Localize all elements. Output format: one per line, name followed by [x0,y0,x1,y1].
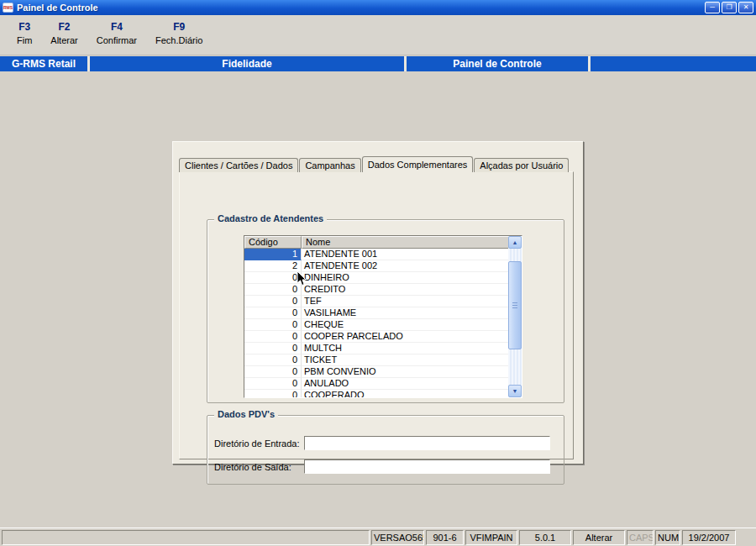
attendants-grid: Código Nome 1 ATENDENTE 001 2 ATENDENTE … [244,235,522,398]
scroll-up-icon[interactable]: ▲ [508,236,522,249]
function-toolbar: F3 Fim F2 Alterar F4 Confirmar F9 Fech.D… [0,15,756,55]
title-bar[interactable]: RMS Painel de Controle ─ ❐ ✕ [0,0,756,15]
codigo-cell[interactable]: 0 [244,319,302,331]
control-panel-dialog: Clientes / Cartões / Dados Campanhas Dad… [172,141,584,465]
window-controls: ─ ❐ ✕ [705,2,753,13]
status-num-indicator: NUM [655,530,680,545]
diretorio-entrada-label: Diretório de Entrada: [214,438,300,449]
nome-cell[interactable]: MULTCH [302,343,509,354]
nome-cell[interactable]: ATENDENTE 001 [302,249,509,260]
field-row-saida: Diretório de Saída: [207,459,564,475]
diretorio-saida-label: Diretório de Saída: [214,462,291,472]
group-title: Cadastro de Atendentes [214,213,327,223]
grid-body: Código Nome 1 ATENDENTE 001 2 ATENDENTE … [244,236,509,397]
fkey-label: F3 [17,21,32,33]
minimize-button[interactable]: ─ [705,2,720,13]
scrollbar-thumb[interactable] [508,261,522,349]
codigo-cell[interactable]: 0 [244,354,302,366]
table-row[interactable]: 0 COOPERADO [244,390,509,398]
vertical-scrollbar[interactable]: ▲ ▼ [508,236,522,397]
module-navbar: G-RMS Retail Fidelidade Painel de Contro… [0,56,756,71]
table-row[interactable]: 0 MULTCH [244,343,509,354]
fkey-label: F2 [50,21,77,33]
nome-cell[interactable]: ANULADO [302,378,509,390]
group-cadastro-atendentes: Cadastro de Atendentes Código Nome 1 ATE… [207,219,564,403]
status-version: VERSAO565 [371,530,424,545]
codigo-cell[interactable]: 0 [244,272,302,284]
group-dados-pdv: Dados PDV's Diretório de Entrada: Diretó… [207,415,564,485]
table-row[interactable]: 0 TEF [244,296,509,307]
fkey-action: Confirmar [97,35,137,45]
tab-clientes-cartoes-dados[interactable]: Clientes / Cartões / Dados [179,158,298,172]
nome-cell[interactable]: TEF [302,296,509,307]
fkey-label: F4 [97,21,137,33]
status-bar: VERSAO565 901-6 VFIMPAIN 5.0.1 Alterar C… [0,528,756,546]
table-row[interactable]: 0 VASILHAME [244,307,509,319]
group-title: Dados PDV's [214,409,278,419]
column-header-nome[interactable]: Nome [302,236,509,249]
fkey-action: Fim [17,35,32,45]
codigo-cell[interactable]: 0 [244,307,302,319]
scroll-down-icon[interactable]: ▼ [508,385,522,397]
grid-header: Código Nome [244,236,509,249]
app-icon: RMS [3,3,13,13]
diretorio-entrada-input[interactable] [304,436,550,450]
application-window: RMS Painel de Controle ─ ❐ ✕ F3 Fim F2 A… [0,0,756,546]
nome-cell[interactable]: COOPERADO [302,390,509,398]
tab-dados-complementares[interactable]: Dados Complementares [362,156,474,172]
nome-cell[interactable]: CREDITO [302,284,509,296]
field-row-entrada: Diretório de Entrada: [207,436,564,451]
nome-cell[interactable]: CHEQUE [302,319,509,331]
codigo-cell[interactable]: 0 [244,390,302,398]
codigo-cell[interactable]: 0 [244,331,302,343]
status-store-code: 901-6 [426,530,464,545]
tab-page-dados-complementares: Cadastro de Atendentes Código Nome 1 ATE… [179,171,574,459]
codigo-cell[interactable]: 0 [244,296,302,307]
table-row[interactable]: 0 ANULADO [244,378,509,390]
nav-section-fidelidade[interactable]: Fidelidade [90,56,404,71]
restore-button[interactable]: ❐ [722,2,737,13]
fkey-action: Alterar [50,35,77,45]
window-title: Painel de Controle [17,3,705,13]
table-row[interactable]: 0 TICKET [244,354,509,366]
tab-alcadas-por-usuario[interactable]: Alçadas por Usuário [474,158,569,172]
close-button[interactable]: ✕ [738,2,753,13]
toolbar-button-confirmar[interactable]: F4 Confirmar [93,20,140,46]
status-mode: Alterar [573,530,625,545]
nome-cell[interactable]: COOPER PARCELADO [302,331,509,343]
codigo-cell[interactable]: 0 [244,366,302,378]
table-row[interactable]: 0 PBM CONVENIO [244,366,509,378]
brand-label: G-RMS Retail [0,56,87,71]
codigo-cell[interactable]: 0 [244,343,302,354]
nome-cell[interactable]: TICKET [302,354,509,366]
status-message-area [2,530,370,545]
nome-cell[interactable]: VASILHAME [302,307,509,319]
table-row[interactable]: 0 CREDITO [244,284,509,296]
codigo-cell[interactable]: 0 [244,284,302,296]
toolbar-button-alterar[interactable]: F2 Alterar [47,20,81,46]
tab-campanhas[interactable]: Campanhas [299,158,360,172]
table-row[interactable]: 0 CHEQUE [244,319,509,331]
nome-cell[interactable]: ATENDENTE 002 [302,260,509,272]
status-caps-indicator: CAPS [627,530,654,545]
toolbar-button-fim[interactable]: F3 Fim [13,20,35,46]
tab-strip: Clientes / Cartões / Dados Campanhas Dad… [179,156,570,172]
column-header-codigo[interactable]: Código [244,236,302,249]
status-program: VFIMPAIN [465,530,517,545]
nav-filler [591,56,756,71]
table-row[interactable]: 0 DINHEIRO [244,272,509,284]
nome-cell[interactable]: DINHEIRO [302,272,509,284]
table-row[interactable]: 1 ATENDENTE 001 [244,249,509,260]
table-row[interactable]: 2 ATENDENTE 002 [244,260,509,272]
toolbar-button-fech-diario[interactable]: F9 Fech.Diário [152,20,206,46]
nav-section-painel[interactable]: Painel de Controle [407,56,588,71]
status-date: 19/2/2007 [682,530,736,545]
nome-cell[interactable]: PBM CONVENIO [302,366,509,378]
fkey-label: F9 [155,21,202,33]
diretorio-saida-input[interactable] [304,459,550,474]
status-release: 5.0.1 [519,530,571,545]
codigo-cell[interactable]: 0 [244,378,302,390]
codigo-cell[interactable]: 1 [244,249,302,260]
table-row[interactable]: 0 COOPER PARCELADO [244,331,509,343]
codigo-cell[interactable]: 2 [244,260,302,272]
